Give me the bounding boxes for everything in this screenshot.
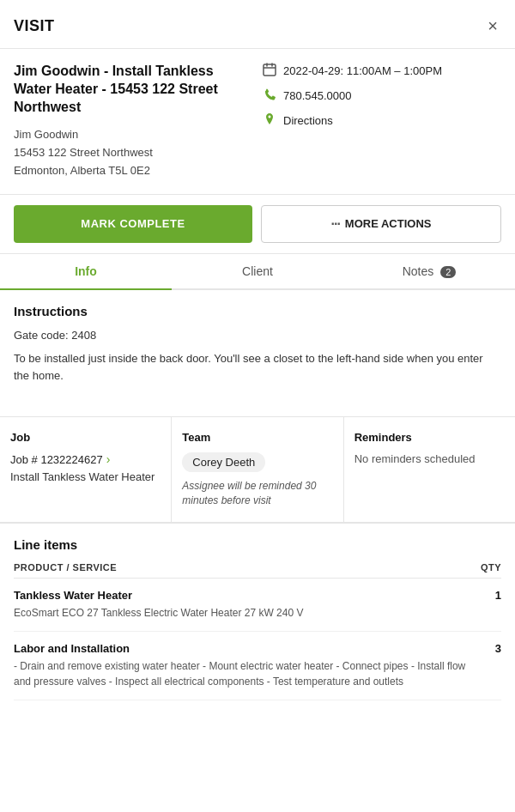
top-section: Jim Goodwin - Install Tankless Water Hea… (0, 49, 515, 195)
job-number-row[interactable]: Job # 1232224627 › (10, 452, 161, 466)
more-actions-dots-icon: ··· (331, 216, 340, 232)
tab-notes-label: Notes (403, 264, 434, 278)
reminders-text: No reminders scheduled (354, 452, 505, 465)
line-item-row-2: Labor and Installation - Drain and remov… (14, 642, 501, 689)
more-actions-button[interactable]: ··· MORE ACTIONS (261, 205, 501, 243)
three-columns: Job Job # 1232224627 › Install Tankless … (0, 416, 515, 523)
visit-info-left: Jim Goodwin - Install Tankless Water Hea… (14, 63, 252, 180)
team-note: Assignee will be reminded 30 minutes bef… (182, 479, 332, 508)
line-item-qty-1: 1 (484, 589, 501, 602)
visit-title: Jim Goodwin - Install Tankless Water Hea… (14, 63, 252, 116)
customer-name: Jim Goodwin (14, 126, 252, 144)
line-item-details-2: Labor and Installation - Drain and remov… (14, 642, 484, 689)
team-column: Team Corey Deeth Assignee will be remind… (172, 417, 343, 522)
info-content: Instructions Gate code: 2408 To be insta… (0, 290, 515, 399)
tabs: Info Client Notes 2 (0, 254, 515, 290)
line-items-title: Line items (14, 537, 501, 552)
tab-client-label: Client (242, 264, 273, 278)
line-item-qty-2: 3 (484, 642, 501, 655)
visit-info-right: 2022-04-29: 11:00AM – 1:00PM 780.545.000… (263, 63, 501, 180)
line-items-section: Line items PRODUCT / SERVICE QTY Tankles… (0, 523, 515, 714)
job-description: Install Tankless Water Heater (10, 470, 161, 485)
page-title: VISIT (14, 17, 55, 35)
datetime-row: 2022-04-29: 11:00AM – 1:00PM (263, 63, 501, 79)
tab-info[interactable]: Info (0, 254, 172, 290)
line-items-header: PRODUCT / SERVICE QTY (14, 562, 501, 579)
job-column: Job Job # 1232224627 › Install Tankless … (0, 417, 172, 522)
team-title: Team (182, 431, 332, 444)
gate-code: Gate code: 2408 (14, 329, 96, 342)
header-qty: QTY (481, 562, 501, 573)
phone-icon (263, 88, 276, 104)
team-assignee[interactable]: Corey Deeth (182, 452, 265, 472)
instructions-body: To be installed just inside the back doo… (14, 350, 501, 386)
mark-complete-button[interactable]: MARK COMPLETE (14, 205, 252, 243)
address-line1: 15453 122 Street Northwest (14, 144, 252, 162)
tab-info-label: Info (75, 264, 97, 278)
address-line2: Edmonton, Alberta T5L 0E2 (14, 162, 252, 180)
line-item-row-1: Tankless Water Heater EcoSmart ECO 27 Ta… (14, 589, 501, 621)
more-actions-label: MORE ACTIONS (345, 217, 432, 230)
line-item-desc-1: EcoSmart ECO 27 Tankless Electric Water … (14, 605, 303, 621)
address-block: Jim Goodwin 15453 122 Street Northwest E… (14, 126, 252, 179)
line-item: Labor and Installation - Drain and remov… (14, 632, 501, 700)
line-item-name-2: Labor and Installation (14, 642, 484, 655)
directions-row[interactable]: Directions (263, 112, 501, 129)
instructions-title: Instructions (14, 304, 501, 318)
phone-text: 780.545.0000 (283, 89, 352, 102)
directions-link[interactable]: Directions (283, 114, 333, 127)
location-icon (263, 112, 276, 129)
close-button[interactable]: × (484, 14, 501, 38)
line-item: Tankless Water Heater EcoSmart ECO 27 Ta… (14, 579, 501, 632)
job-title: Job (10, 431, 161, 444)
header: VISIT × (0, 0, 515, 49)
line-item-desc-2: - Drain and remove existing water heater… (14, 658, 484, 689)
tab-notes[interactable]: Notes 2 (343, 254, 515, 290)
notes-badge: 2 (440, 266, 456, 278)
tab-client[interactable]: Client (172, 254, 343, 290)
calendar-icon (263, 63, 276, 79)
line-item-details-1: Tankless Water Heater EcoSmart ECO 27 Ta… (14, 589, 303, 621)
phone-row[interactable]: 780.545.0000 (263, 88, 501, 104)
reminders-column: Reminders No reminders scheduled (344, 417, 515, 522)
reminders-title: Reminders (354, 431, 505, 444)
job-number-text: Job # 1232224627 (10, 453, 103, 466)
datetime-text: 2022-04-29: 11:00AM – 1:00PM (283, 64, 442, 77)
line-item-name-1: Tankless Water Heater (14, 589, 303, 602)
svg-rect-0 (264, 64, 276, 76)
chevron-right-icon: › (106, 452, 111, 466)
header-product: PRODUCT / SERVICE (14, 562, 117, 573)
action-buttons: MARK COMPLETE ··· MORE ACTIONS (0, 195, 515, 254)
instructions-gate: Gate code: 2408 (14, 327, 501, 345)
